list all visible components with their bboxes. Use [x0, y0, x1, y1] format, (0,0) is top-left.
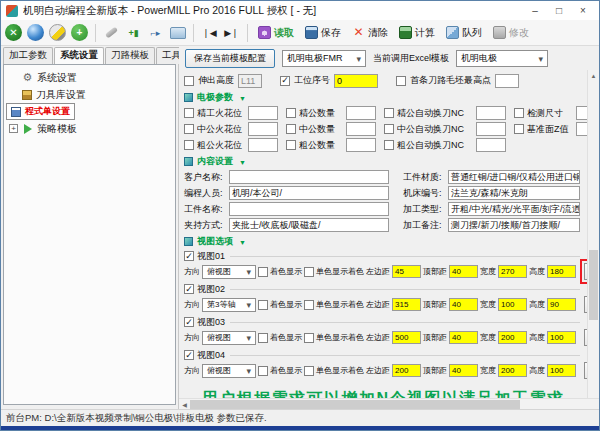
- tab-system-settings[interactable]: 系统设置: [54, 47, 104, 65]
- direction-select[interactable]: 俯视图: [202, 265, 256, 279]
- param-input[interactable]: [476, 138, 506, 152]
- customer-name-input[interactable]: [229, 170, 389, 184]
- horizontal-scrollbar[interactable]: [179, 398, 599, 409]
- extend-height-input[interactable]: L11: [238, 74, 262, 88]
- read-button[interactable]: 读取: [255, 25, 297, 41]
- tree-item-system-settings[interactable]: 系统设置: [6, 69, 173, 86]
- programmer-input[interactable]: 机明/本公司/: [229, 186, 389, 200]
- excel-template-select[interactable]: 机明电极: [456, 50, 548, 67]
- maximize-button[interactable]: □: [548, 3, 570, 18]
- first-path-input[interactable]: [495, 74, 519, 88]
- mono-checkbox[interactable]: [304, 300, 314, 310]
- mono-checkbox[interactable]: [304, 366, 314, 376]
- left-margin-input[interactable]: 315: [392, 298, 421, 311]
- top-margin-input[interactable]: 40: [449, 265, 478, 278]
- height-input[interactable]: 90: [547, 298, 576, 311]
- param-checkbox[interactable]: [286, 140, 296, 150]
- shaded-checkbox[interactable]: [258, 267, 268, 277]
- tab-toolpath-template[interactable]: 刀路模板: [105, 47, 155, 64]
- extend-height-checkbox[interactable]: [184, 76, 194, 86]
- param-input[interactable]: [576, 106, 587, 120]
- folder-open-icon[interactable]: [169, 24, 186, 41]
- tree-item-strategy-template[interactable]: 策略模板: [6, 120, 173, 137]
- param-checkbox[interactable]: [184, 140, 194, 150]
- machine-no-input[interactable]: 法兰克/森精/米克朗: [448, 186, 580, 200]
- param-input[interactable]: [346, 106, 376, 120]
- param-input[interactable]: [476, 106, 506, 120]
- mono-checkbox[interactable]: [304, 333, 314, 343]
- direction-select[interactable]: 俯视图: [202, 331, 256, 345]
- param-checkbox[interactable]: [514, 108, 524, 118]
- views-section-header[interactable]: 视图选项: [184, 235, 582, 248]
- height-input[interactable]: 100: [547, 331, 576, 344]
- close-button[interactable]: ×: [572, 3, 594, 18]
- template-select[interactable]: 机明电极FMR: [282, 50, 366, 67]
- modify-button[interactable]: 修改: [490, 25, 532, 41]
- param-input[interactable]: [248, 138, 278, 152]
- param-checkbox[interactable]: [384, 124, 394, 134]
- vertical-scroll-thumb[interactable]: [589, 250, 598, 320]
- view-enabled-checkbox[interactable]: [184, 251, 194, 261]
- step-first-icon[interactable]: [201, 24, 218, 41]
- param-checkbox[interactable]: [286, 108, 296, 118]
- material-input[interactable]: 普通红铜/进口铜/仅精公用进口铜: [448, 170, 580, 184]
- minimize-button[interactable]: –: [524, 3, 546, 18]
- expand-icon[interactable]: [9, 124, 18, 133]
- clamp-method-input[interactable]: 夹批士/收底板/吸磁盘/: [229, 218, 389, 232]
- tree-item-tool-library[interactable]: 刀具库设置: [6, 86, 173, 103]
- height-input[interactable]: 100: [547, 364, 576, 377]
- vertical-scrollbar[interactable]: [587, 70, 599, 398]
- tab-machining-params[interactable]: 加工参数: [3, 47, 53, 64]
- step-last-icon[interactable]: [223, 24, 240, 41]
- app-logo-icon[interactable]: [5, 24, 22, 41]
- direction-select[interactable]: 第3等轴: [202, 298, 256, 312]
- electrode-section-header[interactable]: 电极参数: [184, 91, 582, 104]
- left-margin-input[interactable]: 200: [392, 364, 421, 377]
- globe-icon[interactable]: [27, 24, 44, 41]
- scroll-left-icon[interactable]: [179, 401, 190, 408]
- first-path-checkbox[interactable]: [396, 76, 406, 86]
- param-checkbox[interactable]: [384, 140, 394, 150]
- import-model-icon[interactable]: [125, 24, 142, 41]
- queue-button[interactable]: 队列: [443, 25, 485, 41]
- tree-item-program-sheet[interactable]: 程式单设置: [6, 103, 75, 120]
- width-input[interactable]: 100: [498, 298, 527, 311]
- param-checkbox[interactable]: [514, 124, 524, 134]
- workpiece-name-input[interactable]: [229, 202, 389, 216]
- horizontal-scroll-thumb[interactable]: [190, 400, 520, 409]
- station-input[interactable]: 0: [334, 74, 378, 88]
- height-input[interactable]: 180: [547, 265, 576, 278]
- add-plus-icon[interactable]: [71, 24, 88, 41]
- save-button[interactable]: 保存: [302, 25, 344, 41]
- width-input[interactable]: 270: [498, 265, 527, 278]
- width-input[interactable]: 200: [498, 331, 527, 344]
- mono-checkbox[interactable]: [304, 267, 314, 277]
- left-margin-input[interactable]: 500: [392, 331, 421, 344]
- top-margin-input[interactable]: 40: [449, 298, 478, 311]
- param-checkbox[interactable]: [384, 108, 394, 118]
- param-checkbox[interactable]: [286, 124, 296, 134]
- shaded-checkbox[interactable]: [258, 300, 268, 310]
- calculate-button[interactable]: 计算: [396, 25, 438, 41]
- param-checkbox[interactable]: [184, 124, 194, 134]
- save-template-button[interactable]: 保存当前模板配置: [185, 49, 275, 68]
- width-input[interactable]: 200: [498, 364, 527, 377]
- view-enabled-checkbox[interactable]: [184, 284, 194, 294]
- direction-select[interactable]: 俯视图: [202, 364, 256, 378]
- param-input[interactable]: [346, 138, 376, 152]
- wrench-icon[interactable]: [103, 24, 120, 41]
- scroll-up-icon[interactable]: [588, 70, 599, 81]
- machining-note-input[interactable]: 测刀摆/新刀/接顺/首刀接顺/: [448, 218, 580, 232]
- cd-disc-icon[interactable]: [49, 24, 66, 41]
- content-section-header[interactable]: 内容设置: [184, 155, 582, 168]
- param-input[interactable]: [346, 122, 376, 136]
- axis-transform-icon[interactable]: [147, 24, 164, 41]
- param-input[interactable]: [248, 122, 278, 136]
- shaded-checkbox[interactable]: [258, 366, 268, 376]
- machining-type-input[interactable]: 开粗/中光/精光/光平面/刻字/流道/: [448, 202, 580, 216]
- top-margin-input[interactable]: 40: [449, 364, 478, 377]
- param-input[interactable]: [576, 122, 587, 136]
- left-margin-input[interactable]: 45: [392, 265, 421, 278]
- view-enabled-checkbox[interactable]: [184, 317, 194, 327]
- param-input[interactable]: [476, 122, 506, 136]
